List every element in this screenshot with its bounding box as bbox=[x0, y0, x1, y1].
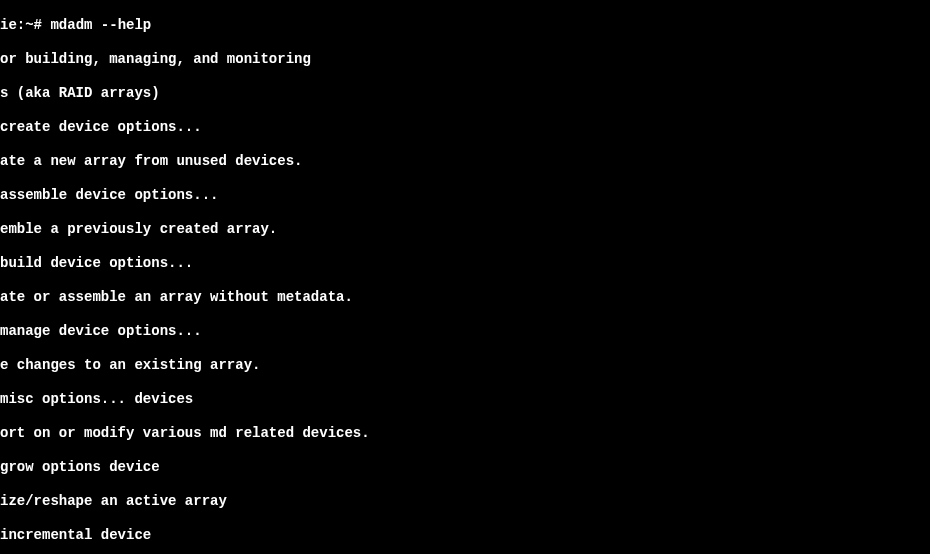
output-line: build device options... bbox=[0, 255, 930, 272]
output-line: ort on or modify various md related devi… bbox=[0, 425, 930, 442]
output-line: ate or assemble an array without metadat… bbox=[0, 289, 930, 306]
prompt-line: ie:~# mdadm --help bbox=[0, 17, 930, 34]
output-line: assemble device options... bbox=[0, 187, 930, 204]
output-line: ize/reshape an active array bbox=[0, 493, 930, 510]
output-line: s (aka RAID arrays) bbox=[0, 85, 930, 102]
output-line: incremental device bbox=[0, 527, 930, 544]
output-line: e changes to an existing array. bbox=[0, 357, 930, 374]
shell-prompt: ie:~# bbox=[0, 17, 50, 33]
output-line: emble a previously created array. bbox=[0, 221, 930, 238]
command-text: mdadm --help bbox=[50, 17, 151, 33]
output-line: or building, managing, and monitoring bbox=[0, 51, 930, 68]
output-line: misc options... devices bbox=[0, 391, 930, 408]
output-line: create device options... bbox=[0, 119, 930, 136]
terminal-output[interactable]: ie:~# mdadm --help or building, managing… bbox=[0, 0, 930, 554]
output-line: ate a new array from unused devices. bbox=[0, 153, 930, 170]
output-line: manage device options... bbox=[0, 323, 930, 340]
output-line: grow options device bbox=[0, 459, 930, 476]
